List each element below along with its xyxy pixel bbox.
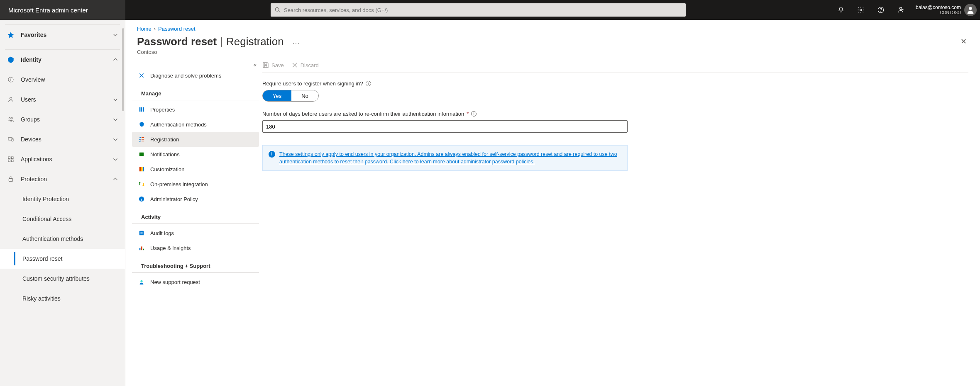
brand[interactable]: Microsoft Entra admin center xyxy=(0,0,125,20)
svg-rect-26 xyxy=(139,153,144,156)
info-icon xyxy=(7,75,15,84)
sidebar-item-label: Password reset xyxy=(22,255,118,262)
required-indicator: * xyxy=(467,111,469,117)
subnav-auth-methods[interactable]: Authentication methods xyxy=(132,117,259,132)
star-icon xyxy=(7,31,15,39)
sidebar-item-risky-activities[interactable]: Risky activities xyxy=(0,289,125,308)
subnav-registration[interactable]: Registration xyxy=(132,132,259,147)
svg-rect-37 xyxy=(143,249,144,250)
bell-icon xyxy=(837,6,845,14)
subnav-label: Diagnose and solve problems xyxy=(150,73,221,79)
sidebar-item-label: Custom security attributes xyxy=(22,275,118,282)
more-button[interactable]: ⋯ xyxy=(290,38,302,47)
sidebar-item-devices[interactable]: Devices xyxy=(0,129,125,149)
subnav-usage[interactable]: Usage & insights xyxy=(132,240,259,255)
subnav-support-request[interactable]: New support request xyxy=(132,274,259,289)
svg-point-12 xyxy=(11,117,13,119)
info-icon[interactable]: i xyxy=(471,111,477,117)
subnav-label: Notifications xyxy=(150,151,180,158)
sidebar-item-auth-methods[interactable]: Authentication methods xyxy=(0,229,125,249)
breadcrumb: Home › Password reset xyxy=(125,20,980,34)
sidebar-item-label: Devices xyxy=(21,136,112,143)
collapse-subnav-button[interactable]: « xyxy=(129,62,262,68)
sidebar-item-users[interactable]: Users xyxy=(0,90,125,109)
properties-icon xyxy=(138,106,145,113)
save-button[interactable]: Save xyxy=(262,62,284,68)
subnav-admin-policy[interactable]: i Administrator Policy xyxy=(132,192,259,206)
chevron-up-icon xyxy=(112,57,118,63)
chevron-down-icon xyxy=(112,136,118,142)
subnav-customization[interactable]: Customization xyxy=(132,162,259,177)
sidebar-item-groups[interactable]: Groups xyxy=(0,109,125,129)
scrollbar[interactable] xyxy=(122,28,124,111)
sidebar-item-identity[interactable]: Identity xyxy=(0,50,125,70)
sidebar-item-applications[interactable]: Applications xyxy=(0,149,125,169)
subnav-diagnose[interactable]: Diagnose and solve problems xyxy=(132,68,259,83)
chevron-down-icon xyxy=(112,32,118,38)
feedback-button[interactable] xyxy=(891,0,911,20)
feedback-icon xyxy=(897,6,904,14)
info-circle-icon: i xyxy=(138,195,145,203)
settings-button[interactable] xyxy=(851,0,871,20)
chevron-down-icon xyxy=(112,117,118,122)
subnav-audit-logs[interactable]: Audit logs xyxy=(132,226,259,240)
svg-point-4 xyxy=(880,11,881,12)
chevron-up-icon xyxy=(112,176,118,182)
subnav-label: Registration xyxy=(150,136,179,143)
sidebar-item-favorites[interactable]: Favorites xyxy=(0,25,125,45)
page-title-sub: Registration xyxy=(226,35,284,48)
subnav-label: Audit logs xyxy=(150,230,174,236)
discard-button[interactable]: Discard xyxy=(291,62,319,68)
svg-rect-17 xyxy=(8,160,10,162)
search-box[interactable] xyxy=(271,3,686,17)
svg-rect-28 xyxy=(141,167,143,172)
days-input[interactable] xyxy=(262,120,628,133)
breadcrumb-home[interactable]: Home xyxy=(137,26,152,32)
toggle-yes[interactable]: Yes xyxy=(263,90,291,101)
svg-rect-22 xyxy=(143,107,144,112)
svg-rect-19 xyxy=(9,179,12,182)
svg-point-5 xyxy=(899,7,902,10)
page-subtitle: Contoso xyxy=(137,49,302,55)
sidebar-item-protection[interactable]: Protection xyxy=(0,169,125,189)
require-register-label: Require users to register when signing i… xyxy=(262,80,363,87)
subnav-label: Usage & insights xyxy=(150,245,191,251)
sidebar-item-custom-attrs[interactable]: Custom security attributes xyxy=(0,269,125,289)
log-icon xyxy=(138,229,145,237)
help-button[interactable] xyxy=(871,0,891,20)
subnav-notifications[interactable]: Notifications xyxy=(132,147,259,162)
chevron-down-icon xyxy=(112,156,118,162)
page-title-main: Password reset xyxy=(137,35,217,48)
svg-point-9 xyxy=(10,78,11,78)
require-register-toggle[interactable]: Yes No xyxy=(262,90,319,102)
account-org: CONTOSO xyxy=(916,10,961,15)
info-banner-link[interactable]: These settings only apply to end users i… xyxy=(279,151,617,165)
save-icon xyxy=(262,62,269,68)
subnav-properties[interactable]: Properties xyxy=(132,102,259,117)
subnav-label: Authentication methods xyxy=(150,121,207,128)
sidebar-item-password-reset[interactable]: Password reset xyxy=(0,249,125,269)
toggle-no[interactable]: No xyxy=(291,90,318,101)
support-icon xyxy=(138,278,145,286)
svg-text:i: i xyxy=(141,197,142,201)
info-icon[interactable]: i xyxy=(366,81,371,86)
save-label: Save xyxy=(271,62,284,68)
sidebar-item-identity-protection[interactable]: Identity Protection xyxy=(0,189,125,209)
search-input[interactable] xyxy=(281,7,682,13)
svg-point-0 xyxy=(275,7,279,11)
notifications-button[interactable] xyxy=(831,0,851,20)
discard-icon xyxy=(291,62,298,68)
close-button[interactable]: ✕ xyxy=(959,35,968,48)
breadcrumb-section[interactable]: Password reset xyxy=(158,26,196,32)
subnav-label: Administrator Policy xyxy=(150,196,198,202)
devices-icon xyxy=(7,135,15,143)
sidebar-item-conditional-access[interactable]: Conditional Access xyxy=(0,209,125,229)
account-button[interactable]: balas@contoso.com CONTOSO xyxy=(911,0,980,20)
subnav-label: Properties xyxy=(150,107,175,113)
svg-point-11 xyxy=(9,117,10,119)
sidebar-item-overview[interactable]: Overview xyxy=(0,70,125,90)
sidebar-item-label: Overview xyxy=(21,76,118,83)
subnav-heading-support: Troubleshooting + Support xyxy=(132,255,259,273)
svg-point-6 xyxy=(969,7,972,10)
subnav-onprem[interactable]: On-premises integration xyxy=(132,177,259,192)
